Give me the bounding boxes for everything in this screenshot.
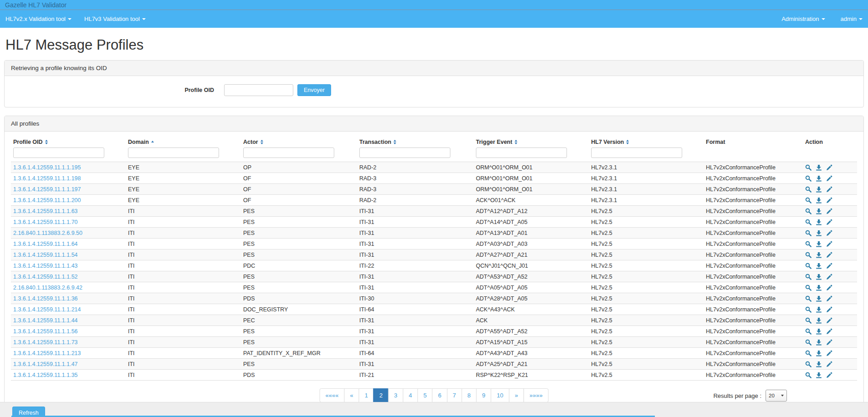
envoyer-button[interactable]: Envoyer <box>297 84 331 96</box>
view-icon[interactable] <box>805 219 812 225</box>
view-icon[interactable] <box>805 208 812 214</box>
profile-oid-link[interactable]: 1.3.6.1.4.12559.11.1.1.54 <box>13 252 78 258</box>
nav-item-administration[interactable]: Administration <box>781 15 825 22</box>
column-header-hl7-version[interactable]: HL7 Version <box>589 137 704 147</box>
page-item-9[interactable]: 9 <box>476 388 491 402</box>
column-header-trigger-event[interactable]: Trigger Event <box>474 137 589 147</box>
view-icon[interactable] <box>805 339 812 346</box>
edit-icon[interactable] <box>826 339 832 346</box>
edit-icon[interactable] <box>826 350 832 356</box>
edit-icon[interactable] <box>826 306 832 313</box>
download-icon[interactable] <box>816 295 822 302</box>
view-icon[interactable] <box>805 230 812 236</box>
view-icon[interactable] <box>805 361 812 367</box>
profile-oid-link[interactable]: 1.3.6.1.4.12559.11.1.1.70 <box>13 219 78 225</box>
view-icon[interactable] <box>805 306 812 313</box>
page-item-8[interactable]: 8 <box>461 388 476 402</box>
nav-item-admin[interactable]: admin <box>841 15 863 22</box>
filter-input-transaction[interactable] <box>359 147 450 158</box>
view-icon[interactable] <box>805 285 812 291</box>
page-next-4[interactable]: »»»» <box>524 388 549 402</box>
download-icon[interactable] <box>816 339 822 346</box>
profile-oid-link[interactable]: 1.3.6.1.4.12559.11.1.1.73 <box>13 339 78 346</box>
view-icon[interactable] <box>805 164 812 171</box>
page-item-7[interactable]: 7 <box>447 388 462 402</box>
nav-item-hl7v2-x-validation-tool[interactable]: HL7v2.x Validation tool <box>5 15 71 22</box>
page-item-10[interactable]: 10 <box>491 388 509 402</box>
download-icon[interactable] <box>816 372 822 378</box>
download-icon[interactable] <box>816 197 822 203</box>
view-icon[interactable] <box>805 241 812 247</box>
profile-oid-link[interactable]: 1.3.6.1.4.12559.11.1.1.214 <box>13 306 81 313</box>
edit-icon[interactable] <box>826 274 832 280</box>
filter-input-profile-oid[interactable] <box>13 147 104 158</box>
profile-oid-link[interactable]: 1.3.6.1.4.12559.11.1.1.44 <box>13 317 78 324</box>
profile-oid-link[interactable]: 1.3.6.1.4.12559.11.1.1.47 <box>13 361 78 367</box>
page-item-2[interactable]: 2 <box>373 388 388 402</box>
view-icon[interactable] <box>805 252 812 258</box>
download-icon[interactable] <box>816 175 822 182</box>
download-icon[interactable] <box>816 164 822 171</box>
page-next-1[interactable]: » <box>509 388 524 402</box>
view-icon[interactable] <box>805 295 812 302</box>
filter-input-hl7-version[interactable] <box>591 147 682 158</box>
download-icon[interactable] <box>816 263 822 269</box>
page-item-4[interactable]: 4 <box>403 388 418 402</box>
profile-oid-link[interactable]: 1.3.6.1.4.12559.11.1.1.43 <box>13 263 78 269</box>
profile-oid-link[interactable]: 1.3.6.1.4.12559.11.1.1.36 <box>13 295 78 302</box>
profile-oid-link[interactable]: 1.3.6.1.4.12559.11.1.1.64 <box>13 241 78 247</box>
edit-icon[interactable] <box>826 285 832 291</box>
profile-oid-link[interactable]: 1.3.6.1.4.12559.11.1.1.213 <box>13 350 81 356</box>
edit-icon[interactable] <box>826 295 832 302</box>
view-icon[interactable] <box>805 186 812 193</box>
column-header-profile-oid[interactable]: Profile OID <box>11 137 126 147</box>
edit-icon[interactable] <box>826 230 832 236</box>
download-icon[interactable] <box>816 252 822 258</box>
app-brand[interactable]: Gazelle HL7 Validator <box>5 1 66 9</box>
page-item-5[interactable]: 5 <box>418 388 433 402</box>
edit-icon[interactable] <box>826 197 832 203</box>
download-icon[interactable] <box>816 219 822 225</box>
filter-input-domain[interactable] <box>128 147 219 158</box>
download-icon[interactable] <box>816 230 822 236</box>
view-icon[interactable] <box>805 274 812 280</box>
edit-icon[interactable] <box>826 263 832 269</box>
edit-icon[interactable] <box>826 372 832 378</box>
filter-input-actor[interactable] <box>243 147 334 158</box>
download-icon[interactable] <box>816 317 822 324</box>
edit-icon[interactable] <box>826 208 832 214</box>
download-icon[interactable] <box>816 306 822 313</box>
edit-icon[interactable] <box>826 164 832 171</box>
edit-icon[interactable] <box>826 175 832 182</box>
download-icon[interactable] <box>816 285 822 291</box>
profile-oid-link[interactable]: 1.3.6.1.4.12559.11.1.1.63 <box>13 208 78 214</box>
view-icon[interactable] <box>805 350 812 356</box>
column-header-domain[interactable]: Domain <box>126 137 241 147</box>
column-header-transaction[interactable]: Transaction <box>357 137 474 147</box>
download-icon[interactable] <box>816 328 822 335</box>
view-icon[interactable] <box>805 328 812 335</box>
page-prev-1[interactable]: « <box>344 388 359 402</box>
edit-icon[interactable] <box>826 241 832 247</box>
view-icon[interactable] <box>805 175 812 182</box>
profile-oid-link[interactable]: 2.16.840.1.113883.2.6.9.42 <box>13 285 82 291</box>
edit-icon[interactable] <box>826 252 832 258</box>
view-icon[interactable] <box>805 317 812 324</box>
profile-oid-input[interactable] <box>224 84 293 96</box>
page-prev-4[interactable]: «««« <box>320 388 345 402</box>
profile-oid-link[interactable]: 1.3.6.1.4.12559.11.1.1.197 <box>13 186 81 193</box>
view-icon[interactable] <box>805 372 812 378</box>
download-icon[interactable] <box>816 241 822 247</box>
nav-item-hl7v3-validation-tool[interactable]: HL7v3 Validation tool <box>84 15 146 22</box>
edit-icon[interactable] <box>826 361 832 367</box>
page-item-1[interactable]: 1 <box>359 388 374 402</box>
page-item-6[interactable]: 6 <box>432 388 447 402</box>
column-header-actor[interactable]: Actor <box>241 137 357 147</box>
profile-oid-link[interactable]: 1.3.6.1.4.12559.11.1.1.200 <box>13 197 81 203</box>
profile-oid-link[interactable]: 1.3.6.1.4.12559.11.1.1.198 <box>13 175 81 182</box>
download-icon[interactable] <box>816 186 822 193</box>
view-icon[interactable] <box>805 263 812 269</box>
profile-oid-link[interactable]: 1.3.6.1.4.12559.11.1.1.195 <box>13 164 81 171</box>
download-icon[interactable] <box>816 208 822 214</box>
profile-oid-link[interactable]: 1.3.6.1.4.12559.11.1.1.56 <box>13 328 78 335</box>
